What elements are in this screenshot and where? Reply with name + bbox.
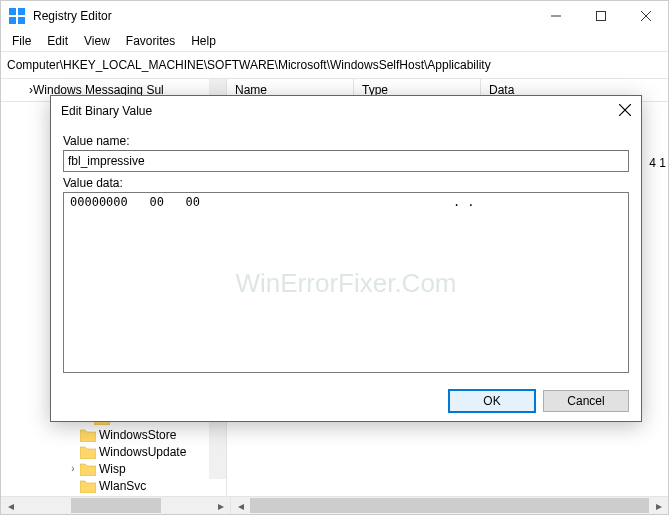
scrollbar-thumb[interactable] bbox=[71, 498, 161, 513]
folder-icon bbox=[80, 445, 96, 459]
menu-favorites[interactable]: Favorites bbox=[119, 32, 182, 50]
maximize-button[interactable] bbox=[578, 1, 623, 31]
folder-icon bbox=[80, 428, 96, 442]
tree-h-scrollbar[interactable]: ◂ ▸ bbox=[1, 497, 231, 514]
menu-view[interactable]: View bbox=[77, 32, 117, 50]
minimize-button[interactable] bbox=[533, 1, 578, 31]
scroll-right-icon[interactable]: ▸ bbox=[213, 498, 228, 513]
ok-button[interactable]: OK bbox=[449, 390, 535, 412]
folder-icon bbox=[80, 462, 96, 476]
tree-item[interactable]: WindowsUpdate bbox=[1, 443, 226, 460]
svg-rect-1 bbox=[18, 8, 25, 15]
scroll-right-icon[interactable]: ▸ bbox=[651, 498, 666, 513]
value-data-label: Value data: bbox=[63, 176, 629, 190]
status-bar: ◂ ▸ ◂ ▸ bbox=[1, 496, 668, 514]
scroll-left-icon[interactable]: ◂ bbox=[3, 498, 18, 513]
hex-editor[interactable]: 00000000 00 00 . . WinErrorFixer.Com bbox=[63, 192, 629, 373]
watermark-text: WinErrorFixer.Com bbox=[235, 267, 456, 298]
tree-item[interactable]: WindowsStore bbox=[1, 426, 226, 443]
value-name-input[interactable] bbox=[63, 150, 629, 172]
tree-item[interactable]: › Wisp bbox=[1, 460, 226, 477]
svg-rect-2 bbox=[9, 17, 16, 24]
menu-edit[interactable]: Edit bbox=[40, 32, 75, 50]
svg-rect-3 bbox=[18, 17, 25, 24]
folder-icon bbox=[80, 479, 96, 493]
window-title: Registry Editor bbox=[33, 9, 533, 23]
app-icon bbox=[9, 8, 25, 24]
close-button[interactable] bbox=[623, 1, 668, 31]
tree-item-label: WindowsUpdate bbox=[99, 445, 186, 459]
tree-item-label: Wisp bbox=[99, 462, 126, 476]
chevron-right-icon: › bbox=[67, 463, 79, 474]
hex-row: 00000000 00 00 . . bbox=[70, 195, 622, 209]
row-data-fragment: 4 1 bbox=[649, 156, 666, 170]
tree-item-label: WlanSvc bbox=[99, 479, 146, 493]
scrollbar-thumb[interactable] bbox=[250, 498, 649, 513]
scroll-left-icon[interactable]: ◂ bbox=[233, 498, 248, 513]
svg-rect-5 bbox=[596, 12, 605, 21]
window-buttons bbox=[533, 1, 668, 31]
address-text: Computer\HKEY_LOCAL_MACHINE\SOFTWARE\Mic… bbox=[7, 58, 491, 72]
dialog-title: Edit Binary Value bbox=[61, 104, 601, 118]
dialog-body: Value name: Value data: 00000000 00 00 .… bbox=[51, 126, 641, 381]
title-bar: Registry Editor bbox=[1, 1, 668, 31]
menu-help[interactable]: Help bbox=[184, 32, 223, 50]
svg-rect-0 bbox=[9, 8, 16, 15]
cancel-button[interactable]: Cancel bbox=[543, 390, 629, 412]
dialog-title-bar: Edit Binary Value bbox=[51, 96, 641, 126]
tree-item[interactable]: WlanSvc bbox=[1, 477, 226, 494]
dialog-close-button[interactable] bbox=[601, 104, 631, 119]
sort-indicator-icon: ▴ bbox=[215, 85, 220, 95]
address-bar[interactable]: Computer\HKEY_LOCAL_MACHINE\SOFTWARE\Mic… bbox=[1, 51, 668, 79]
menu-bar: File Edit View Favorites Help bbox=[1, 31, 668, 51]
list-h-scrollbar[interactable]: ◂ ▸ bbox=[231, 497, 668, 514]
menu-file[interactable]: File bbox=[5, 32, 38, 50]
dialog-buttons: OK Cancel bbox=[51, 381, 641, 421]
edit-binary-dialog: Edit Binary Value Value name: Value data… bbox=[50, 95, 642, 422]
tree-item-label: WindowsStore bbox=[99, 428, 176, 442]
list-row[interactable]: 4 1 bbox=[643, 154, 666, 171]
value-name-label: Value name: bbox=[63, 134, 629, 148]
